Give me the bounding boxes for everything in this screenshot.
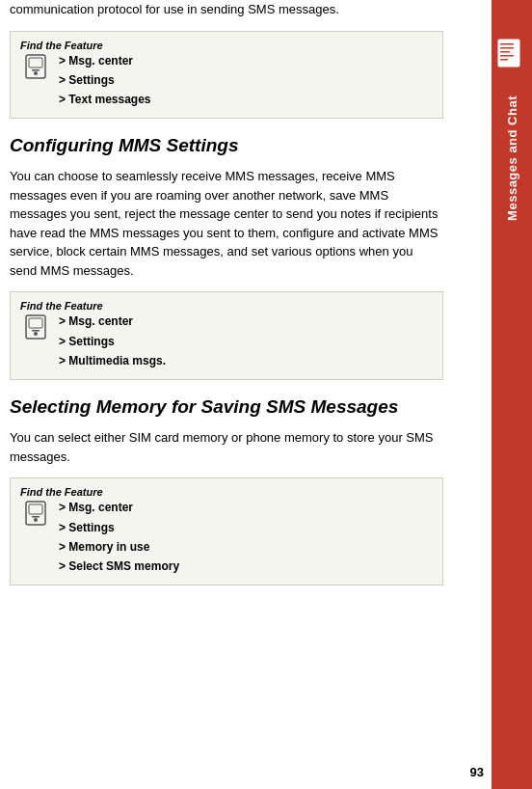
side-tab: Messages and Chat xyxy=(492,0,532,789)
svg-rect-15 xyxy=(500,51,510,53)
find-feature-1-icon xyxy=(20,51,51,82)
section-2-body: You can select either SIM card memory or… xyxy=(10,428,443,466)
svg-rect-3 xyxy=(32,69,40,71)
intro-text: communication protocol for use in sendin… xyxy=(10,0,443,19)
page-number: 93 xyxy=(470,765,484,779)
section-1-body: You can choose to seamlessly receive MMS… xyxy=(10,167,443,280)
svg-point-10 xyxy=(34,518,38,522)
svg-point-2 xyxy=(34,71,38,75)
main-content: communication protocol for use in sendin… xyxy=(0,0,492,789)
svg-rect-11 xyxy=(32,516,40,518)
find-feature-1-label: Find the Feature xyxy=(20,40,151,51)
svg-rect-16 xyxy=(500,55,514,57)
svg-rect-14 xyxy=(500,47,514,49)
svg-rect-7 xyxy=(32,330,40,332)
find-feature-1-inner: Msg. center Settings Text messages xyxy=(20,51,151,110)
section-2-title: Selecting Memory for Saving SMS Messages xyxy=(10,395,443,420)
find-feature-3-steps: Msg. center Settings Memory in use Selec… xyxy=(59,498,179,577)
find-feature-3-inner: Msg. center Settings Memory in use Selec… xyxy=(20,498,179,577)
find-feature-2-icon xyxy=(20,312,51,342)
svg-point-6 xyxy=(34,332,38,336)
find-feature-3-icon xyxy=(20,498,51,529)
find-feature-1-header: Find the Feature Msg. center Settin xyxy=(20,40,151,110)
find-feature-2-inner: Msg. center Settings Multimedia msgs. xyxy=(20,312,166,370)
page-wrapper: communication protocol for use in sendin… xyxy=(0,0,532,789)
find-feature-3: Find the Feature Msg. center Settings xyxy=(10,477,443,585)
sidebar-label: Messages and Chat xyxy=(505,95,519,221)
svg-rect-1 xyxy=(29,58,42,68)
svg-rect-5 xyxy=(29,318,42,328)
find-feature-3-header: Find the Feature Msg. center Settings xyxy=(20,486,179,577)
find-feature-2-label: Find the Feature xyxy=(20,300,166,312)
find-feature-2-header: Find the Feature Msg. center Settings xyxy=(20,300,166,370)
sidebar-doc-icon xyxy=(496,39,527,76)
find-feature-2: Find the Feature Msg. center Settings xyxy=(10,291,443,379)
find-feature-1-steps: Msg. center Settings Text messages xyxy=(59,51,151,110)
svg-rect-13 xyxy=(500,43,514,45)
find-feature-2-steps: Msg. center Settings Multimedia msgs. xyxy=(59,312,166,370)
svg-rect-9 xyxy=(29,504,42,514)
section-1-title: Configuring MMS Settings xyxy=(10,134,443,158)
find-feature-1: Find the Feature Msg. center Settin xyxy=(10,31,443,119)
svg-rect-17 xyxy=(500,59,508,61)
find-feature-3-label: Find the Feature xyxy=(20,486,179,498)
